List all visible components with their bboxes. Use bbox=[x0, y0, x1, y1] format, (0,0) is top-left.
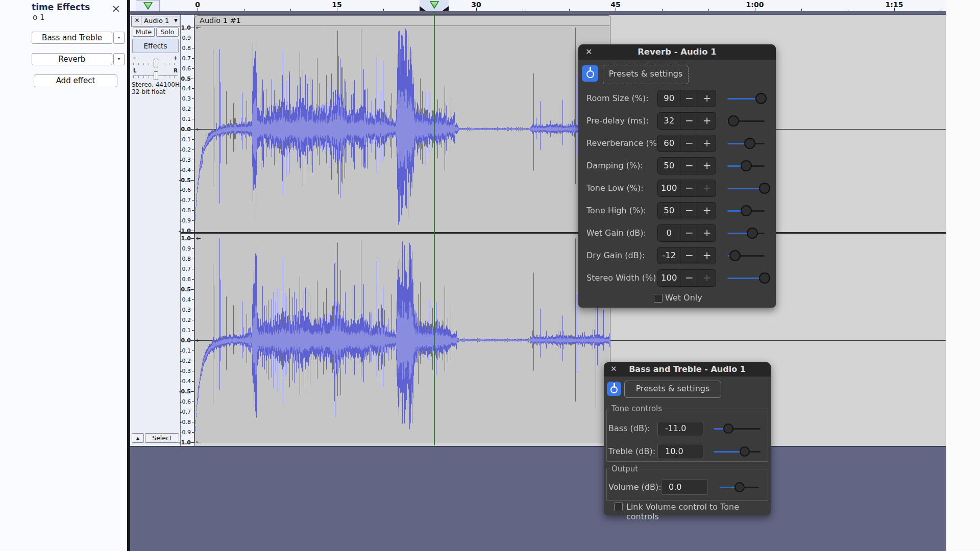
timeline-ruler[interactable]: 01530451:001:15 bbox=[130, 0, 946, 12]
effect-item-reverb[interactable]: Reverb bbox=[32, 53, 112, 65]
param-value[interactable]: 32 bbox=[658, 113, 680, 129]
param-slider[interactable] bbox=[727, 227, 765, 239]
track-name[interactable]: Audio 1 bbox=[144, 16, 169, 25]
param-slider[interactable] bbox=[727, 160, 765, 172]
param-value[interactable]: 50 bbox=[658, 158, 680, 174]
close-icon[interactable]: ✕ bbox=[585, 47, 592, 57]
slider-thumb[interactable] bbox=[729, 250, 741, 261]
param-value[interactable]: 60 bbox=[658, 135, 680, 152]
timeline-loop-button[interactable] bbox=[136, 0, 160, 12]
increment-button[interactable]: + bbox=[698, 113, 716, 129]
channel-separator bbox=[181, 232, 946, 234]
add-effect-button[interactable]: Add effect bbox=[34, 74, 117, 87]
presets-settings-button[interactable]: Presets & settings bbox=[624, 381, 721, 398]
presets-settings-button[interactable]: Presets & settings bbox=[603, 65, 689, 84]
ruler-minor-tick bbox=[569, 9, 570, 11]
playhead-triangle-icon[interactable] bbox=[430, 1, 439, 9]
param-value[interactable]: 100 bbox=[658, 180, 680, 196]
param-slider[interactable] bbox=[714, 422, 761, 435]
effect-item-bass-and-treble[interactable]: Bass and Treble bbox=[32, 32, 112, 44]
slider-thumb[interactable] bbox=[741, 205, 752, 216]
vertical-scrollbar[interactable] bbox=[946, 0, 980, 551]
select-track-button[interactable]: Select bbox=[145, 433, 179, 443]
param-slider[interactable] bbox=[727, 272, 765, 284]
param-value[interactable]: 100 bbox=[658, 270, 680, 286]
scale-tick bbox=[192, 310, 194, 310]
increment-button[interactable]: + bbox=[698, 203, 716, 219]
track-close-icon[interactable]: ✕ bbox=[133, 16, 141, 25]
scale-label: 0.7 bbox=[182, 266, 191, 272]
close-icon[interactable]: × bbox=[111, 3, 120, 14]
scale-label: -0.9 bbox=[180, 217, 191, 224]
playhead-cursor-line[interactable] bbox=[434, 11, 435, 445]
slider-thumb[interactable] bbox=[741, 160, 752, 171]
decrement-button[interactable]: − bbox=[680, 203, 698, 219]
slider-thumb[interactable] bbox=[755, 93, 767, 104]
param-slider[interactable] bbox=[727, 92, 765, 105]
param-slider[interactable] bbox=[727, 115, 765, 127]
slider-thumb[interactable] bbox=[759, 183, 770, 194]
slider-thumb[interactable] bbox=[740, 446, 750, 457]
pan-slider[interactable]: L R bbox=[132, 68, 179, 80]
scale-label: 0.8 bbox=[182, 256, 191, 262]
param-value-input[interactable]: -11.0 bbox=[657, 421, 703, 436]
slider-thumb[interactable] bbox=[723, 423, 733, 434]
increment-button[interactable]: + bbox=[698, 158, 716, 174]
pan-slider-thumb[interactable] bbox=[154, 71, 158, 80]
effect-power-toggle[interactable] bbox=[582, 65, 598, 82]
decrement-button[interactable]: − bbox=[680, 135, 698, 152]
slider-thumb[interactable] bbox=[728, 115, 739, 127]
decrement-button[interactable]: − bbox=[680, 113, 698, 129]
slider-thumb[interactable] bbox=[747, 228, 758, 239]
track-menu-chevron-down-icon[interactable]: ▼ bbox=[174, 16, 178, 25]
param-slider[interactable] bbox=[714, 445, 761, 458]
param-label: Reverberance (%): bbox=[586, 135, 663, 152]
param-value[interactable]: 0 bbox=[658, 225, 680, 241]
param-value[interactable]: 90 bbox=[658, 90, 680, 107]
increment-button[interactable]: + bbox=[698, 225, 716, 241]
waveform-canvas[interactable] bbox=[194, 15, 946, 446]
gain-slider-thumb[interactable] bbox=[154, 59, 158, 67]
clip-title-bar[interactable]: Audio 1 #1 bbox=[194, 15, 610, 26]
slider-thumb[interactable] bbox=[744, 138, 755, 149]
collapse-track-button[interactable]: ▲ bbox=[132, 433, 144, 443]
waveform-area[interactable]: Audio 1 #1 bbox=[194, 15, 946, 446]
param-value-input[interactable]: 0.0 bbox=[661, 480, 708, 495]
increment-button[interactable]: + bbox=[698, 90, 716, 107]
scale-tick bbox=[192, 119, 194, 119]
vertical-scale-ruler[interactable]: 1.00.90.80.70.60.50.40.30.20.10.0-0.1-0.… bbox=[181, 15, 194, 446]
decrement-button[interactable]: − bbox=[680, 270, 698, 286]
effect-power-toggle[interactable] bbox=[607, 382, 621, 396]
param-value[interactable]: 50 bbox=[658, 203, 680, 219]
slider-thumb[interactable] bbox=[734, 482, 745, 492]
track-effects-button[interactable]: Effects bbox=[132, 39, 179, 53]
increment-button[interactable]: + bbox=[698, 135, 716, 152]
reverb-dialog-title[interactable]: Reverb - Audio 1 bbox=[578, 44, 776, 60]
scale-tick bbox=[192, 330, 194, 331]
mute-button[interactable]: Mute bbox=[133, 28, 155, 37]
bass-treble-dialog-title[interactable]: Bass and Treble - Audio 1 bbox=[604, 362, 771, 377]
solo-button[interactable]: Solo bbox=[156, 28, 179, 37]
gain-slider[interactable]: – + bbox=[132, 55, 179, 67]
decrement-button[interactable]: − bbox=[680, 90, 698, 107]
param-slider[interactable] bbox=[727, 137, 765, 149]
param-slider[interactable] bbox=[727, 205, 765, 217]
wet-only-checkbox[interactable] bbox=[654, 294, 663, 303]
param-slider[interactable] bbox=[727, 182, 765, 194]
playhead-region[interactable] bbox=[420, 0, 449, 11]
decrement-button[interactable]: − bbox=[680, 225, 698, 241]
param-value-input[interactable]: 10.0 bbox=[657, 444, 703, 459]
decrement-button[interactable]: − bbox=[680, 180, 698, 196]
link-volume-checkbox[interactable] bbox=[614, 503, 623, 511]
param-value[interactable]: -12 bbox=[658, 247, 680, 264]
param-slider[interactable] bbox=[727, 249, 765, 262]
decrement-button[interactable]: − bbox=[680, 158, 698, 174]
effect-options-dropdown[interactable]: ▾ bbox=[113, 32, 125, 44]
close-icon[interactable]: ✕ bbox=[610, 364, 617, 373]
slider-thumb[interactable] bbox=[759, 272, 770, 284]
increment-button[interactable]: + bbox=[698, 247, 716, 264]
effect-options-dropdown[interactable]: ▾ bbox=[113, 53, 125, 65]
param-slider[interactable] bbox=[720, 481, 759, 493]
decrement-button[interactable]: − bbox=[680, 247, 698, 264]
track-header[interactable]: ✕ Audio 1 ▼ bbox=[131, 16, 180, 27]
